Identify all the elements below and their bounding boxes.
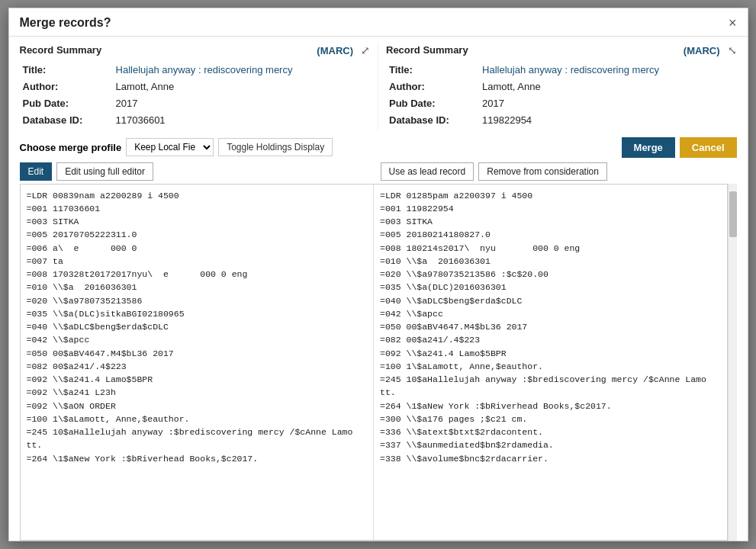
table-row: Pub Date: 2017 — [386, 95, 737, 112]
right-record-marc-link[interactable]: (MARC) — [684, 45, 720, 56]
editor-left-toolbar: Edit Edit using full editor — [20, 162, 376, 181]
left-record-col: Record Summary (MARC) ⤢ Title: Halleluja… — [20, 44, 378, 130]
right-record-col: Record Summary (MARC) ⤡ Title: Halleluja… — [378, 44, 737, 130]
author-label: Author: — [386, 79, 479, 95]
table-row: Database ID: 117036601 — [20, 112, 371, 129]
toolbar-row: Choose merge profile Keep Local Fie Togg… — [20, 137, 737, 158]
author-value: Lamott, Anne — [479, 79, 736, 95]
record-summaries: Record Summary (MARC) ⤢ Title: Halleluja… — [20, 44, 737, 130]
table-row: Database ID: 119822954 — [386, 112, 737, 129]
right-record-header: Record Summary (MARC) ⤡ — [386, 44, 737, 57]
dbid-label: Database ID: — [386, 112, 479, 129]
right-record-summary-label: Record Summary — [386, 44, 468, 56]
dbid-value: 117036601 — [113, 112, 370, 129]
author-label: Author: — [20, 79, 113, 95]
right-record-fields: Title: Hallelujah anyway : rediscovering… — [386, 62, 737, 130]
left-editor-pane[interactable]: =LDR 00839nam a2200289 i 4500 =001 11703… — [21, 185, 375, 540]
title-label: Title: — [20, 62, 113, 79]
right-expand-icon[interactable]: ⤡ — [728, 44, 737, 56]
table-row: Author: Lamott, Anne — [20, 79, 371, 95]
toolbar-left: Choose merge profile Keep Local Fie Togg… — [20, 138, 616, 156]
table-row: Author: Lamott, Anne — [386, 79, 737, 95]
pubdate-label: Pub Date: — [386, 95, 479, 112]
left-record-fields: Title: Hallelujah anyway : rediscovering… — [20, 62, 371, 130]
scrollbar-thumb[interactable] — [729, 191, 737, 237]
title-label: Title: — [386, 62, 479, 79]
editors-pane-container: =LDR 00839nam a2200289 i 4500 =001 11703… — [20, 184, 728, 541]
toolbar-right: Merge Cancel — [622, 137, 737, 158]
editor-right-toolbar: Use as lead record Remove from considera… — [381, 162, 737, 181]
table-row: Title: Hallelujah anyway : rediscovering… — [386, 62, 737, 79]
pubdate-label: Pub Date: — [20, 95, 113, 112]
pubdate-value: 2017 — [479, 95, 736, 112]
merge-button[interactable]: Merge — [622, 137, 675, 158]
merge-profile-label: Choose merge profile — [20, 142, 122, 153]
dbid-label: Database ID: — [20, 112, 113, 129]
author-value: Lamott, Anne — [113, 79, 370, 95]
table-row: Pub Date: 2017 — [20, 95, 371, 112]
toggle-holdings-button[interactable]: Toggle Holdings Display — [218, 138, 333, 156]
title-value: Hallelujah anyway : rediscovering mercy — [479, 62, 736, 79]
title-value: Hallelujah anyway : rediscovering mercy — [113, 62, 370, 79]
modal-header: Merge records? × — [9, 8, 748, 37]
full-editor-button[interactable]: Edit using full editor — [56, 162, 153, 181]
close-button[interactable]: × — [729, 16, 737, 30]
lead-record-button[interactable]: Use as lead record — [381, 162, 475, 181]
right-editor-pane[interactable]: =LDR 01285pam a2200397 i 4500 =001 11982… — [374, 185, 727, 540]
left-record-marc-link[interactable]: (MARC) — [317, 45, 353, 56]
editor-toolbar: Edit Edit using full editor Use as lead … — [20, 162, 737, 181]
scrollbar-track[interactable] — [728, 184, 737, 541]
merge-modal: Merge records? × Record Summary (MARC) ⤢ — [8, 8, 748, 541]
modal-body: Record Summary (MARC) ⤢ Title: Halleluja… — [9, 37, 748, 541]
left-record-header: Record Summary (MARC) ⤢ — [20, 44, 371, 57]
modal-title: Merge records? — [20, 16, 111, 30]
left-record-summary-label: Record Summary — [20, 44, 102, 56]
editors-area: =LDR 00839nam a2200289 i 4500 =001 11703… — [20, 184, 737, 541]
table-row: Title: Hallelujah anyway : rediscovering… — [20, 62, 371, 79]
merge-profile-select[interactable]: Keep Local Fie — [126, 138, 214, 156]
left-expand-icon[interactable]: ⤢ — [361, 44, 370, 56]
cancel-button[interactable]: Cancel — [680, 137, 737, 158]
edit-button[interactable]: Edit — [20, 162, 53, 181]
remove-consideration-button[interactable]: Remove from consideration — [478, 162, 607, 181]
dbid-value: 119822954 — [479, 112, 736, 129]
pubdate-value: 2017 — [113, 95, 370, 112]
